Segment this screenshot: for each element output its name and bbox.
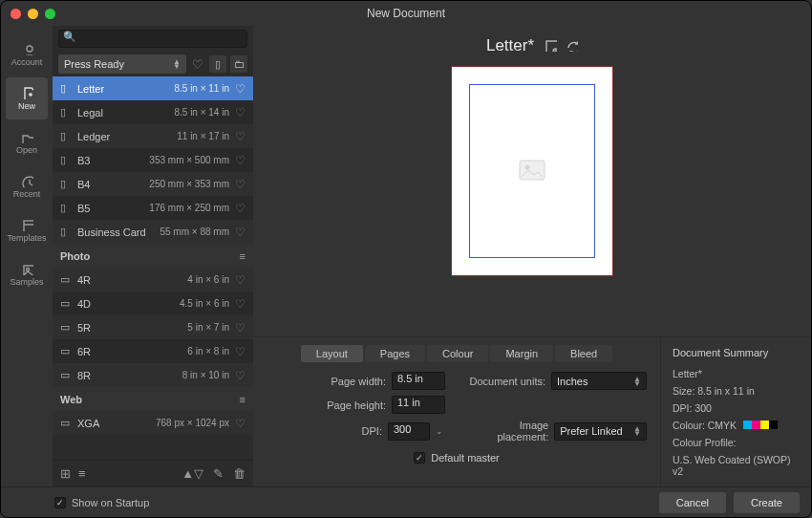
image-placement-select[interactable]: Prefer Linked ▲▼ — [554, 422, 647, 441]
page-width-input[interactable]: 8.5 in — [392, 372, 445, 390]
page-landscape-icon: ▭ — [60, 297, 72, 310]
tab-pages[interactable]: Pages — [365, 345, 425, 362]
summary-dpi: DPI: 300 — [673, 402, 800, 414]
sidebar-item-samples[interactable]: Samples — [6, 253, 48, 295]
preset-row-5r[interactable]: ▭ 5R 5 in × 7 in ♡ — [53, 315, 253, 339]
heart-icon[interactable]: ♡ — [235, 345, 246, 358]
page-icon: ▯ — [60, 178, 72, 190]
favorite-toggle[interactable]: ♡ — [192, 57, 203, 72]
tab-bleed[interactable]: Bleed — [555, 345, 612, 362]
swatch-black — [769, 421, 778, 429]
sidebar-item-templates[interactable]: Templates — [6, 209, 48, 251]
swatch-magenta — [752, 421, 760, 429]
sidebar-item-account[interactable]: Account — [6, 33, 48, 76]
heart-icon[interactable]: ♡ — [235, 154, 246, 167]
document-units-select[interactable]: Inches ▲▼ — [551, 372, 647, 390]
preset-menu-icon[interactable]: ≡ — [78, 466, 86, 481]
window-title: New Document — [1, 7, 811, 20]
templates-icon — [20, 218, 33, 231]
margin-guide — [469, 84, 595, 258]
search-input[interactable]: 🔍 — [58, 30, 247, 48]
account-icon — [20, 42, 33, 55]
page-height-input[interactable]: 11 in — [392, 396, 445, 414]
preset-row-4r[interactable]: ▭ 4R 4 in × 6 in ♡ — [53, 268, 253, 291]
page-landscape-icon: ▭ — [60, 273, 72, 286]
page-width-label: Page width: — [331, 376, 386, 387]
preview-header: Letter* — [253, 26, 811, 66]
preset-row-xga[interactable]: ▭ XGA 768 px × 1024 px ♡ — [53, 411, 253, 435]
sync-preset-icon[interactable] — [565, 38, 578, 54]
heart-icon[interactable]: ♡ — [235, 417, 246, 430]
chevron-down-icon[interactable]: ⌄ — [436, 426, 445, 436]
dpi-input[interactable]: 300 — [388, 422, 430, 441]
show-on-startup-checkbox[interactable] — [54, 497, 66, 508]
preset-row-4d[interactable]: ▭ 4D 4.5 in × 6 in ♡ — [53, 291, 253, 315]
tab-colour[interactable]: Colour — [427, 345, 488, 362]
rename-icon[interactable]: ✎ — [213, 466, 224, 481]
summary-panel: Document Summary Letter* Size: 8.5 in x … — [660, 337, 811, 486]
heart-icon[interactable]: ♡ — [235, 82, 246, 96]
default-master-checkbox[interactable] — [414, 452, 425, 464]
preset-row-b3[interactable]: ▯ B3 353 mm × 500 mm ♡ — [53, 148, 253, 172]
menu-icon[interactable]: ≡ — [240, 250, 246, 262]
preset-row-letter[interactable]: ▯ Letter 8.5 in × 11 in ♡ — [53, 76, 253, 100]
add-preset-icon[interactable]: ⊞ — [60, 466, 71, 481]
menu-icon[interactable]: ≡ — [240, 394, 246, 405]
preset-row-b5[interactable]: ▯ B5 176 mm × 250 mm ♡ — [53, 196, 253, 220]
preset-row-legal[interactable]: ▯ Legal 8.5 in × 14 in ♡ — [53, 100, 253, 124]
page-icon: ▯ — [60, 226, 72, 238]
footer: Show on Startup Cancel Create — [1, 486, 811, 517]
tab-layout[interactable]: Layout — [301, 345, 363, 362]
sidebar-item-new[interactable]: New — [6, 77, 48, 119]
page-landscape-icon: ▭ — [60, 369, 72, 381]
sidebar-item-recent[interactable]: Recent — [6, 165, 48, 207]
preset-row-b4[interactable]: ▯ B4 250 mm × 353 mm ♡ — [53, 172, 253, 196]
preview-area — [253, 66, 811, 336]
view-mode-page-icon[interactable]: ▯ — [209, 55, 226, 73]
default-master-label: Default master — [431, 452, 500, 464]
svg-point-4 — [27, 269, 30, 271]
summary-profile: U.S. Web Coated (SWOP) v2 — [673, 454, 800, 477]
svg-point-0 — [27, 46, 32, 52]
summary-heading: Document Summary — [673, 347, 800, 358]
category-header-photo[interactable]: Photo ≡ — [53, 244, 253, 268]
preview-title: Letter* — [486, 36, 534, 55]
heart-icon[interactable]: ♡ — [235, 369, 246, 382]
sidebar-item-open[interactable]: Open — [6, 121, 48, 163]
view-mode-folder-icon[interactable]: 🗀 — [230, 55, 247, 73]
preset-row-6r[interactable]: ▭ 6R 6 in × 8 in ♡ — [53, 339, 253, 363]
save-preset-icon[interactable] — [544, 38, 557, 54]
samples-icon — [20, 262, 33, 275]
heart-icon[interactable]: ♡ — [235, 106, 246, 119]
preset-row-8r[interactable]: ▭ 8R 8 in × 10 in ♡ — [53, 363, 253, 387]
preset-category-value: Press Ready — [64, 58, 124, 70]
heart-icon[interactable]: ♡ — [235, 297, 246, 311]
delete-icon[interactable]: 🗑 — [233, 466, 246, 481]
sort-icon[interactable]: ▲▽ — [182, 466, 203, 481]
chevron-updown-icon: ▲▼ — [633, 377, 641, 386]
heart-icon[interactable]: ♡ — [235, 273, 246, 287]
swatch-yellow — [760, 421, 769, 429]
heart-icon[interactable]: ♡ — [235, 226, 246, 239]
sidebar-label: Account — [11, 57, 43, 67]
new-document-icon — [20, 86, 33, 99]
create-button[interactable]: Create — [734, 492, 800, 513]
preset-panel: 🔍 Press Ready ▲▼ ♡ ▯ 🗀 ▯ Letter 8.5 in ×… — [53, 26, 253, 486]
page-icon: ▯ — [60, 106, 72, 119]
preset-row-ledger[interactable]: ▯ Ledger 11 in × 17 in ♡ — [53, 124, 253, 148]
tab-margin[interactable]: Margin — [490, 345, 553, 362]
heart-icon[interactable]: ♡ — [235, 321, 246, 335]
cancel-button[interactable]: Cancel — [659, 492, 726, 513]
document-units-label: Document units: — [470, 376, 545, 387]
heart-icon[interactable]: ♡ — [235, 178, 246, 191]
sidebar: Account New Open Recent Templates Sample… — [1, 26, 53, 486]
category-header-web[interactable]: Web ≡ — [53, 387, 253, 411]
folder-open-icon — [20, 130, 33, 143]
preset-category-select[interactable]: Press Ready ▲▼ — [58, 54, 186, 74]
heart-icon[interactable]: ♡ — [235, 130, 246, 143]
summary-profile-label: Colour Profile: — [673, 437, 800, 448]
preset-row-business-card[interactable]: ▯ Business Card 55 mm × 88 mm ♡ — [53, 220, 253, 244]
heart-icon[interactable]: ♡ — [235, 202, 246, 215]
show-on-startup-label: Show on Startup — [72, 497, 149, 508]
image-placement-label: Image placement: — [468, 420, 548, 442]
